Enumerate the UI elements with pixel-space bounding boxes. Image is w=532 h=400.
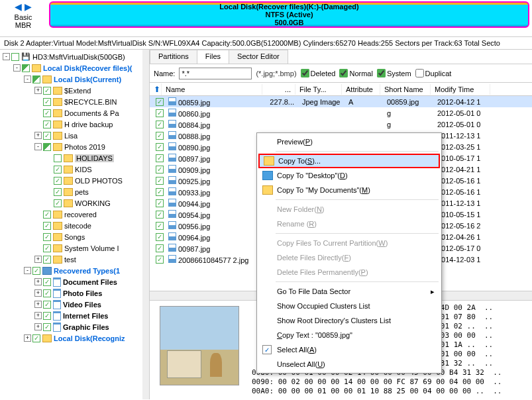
checkbox-icon[interactable]: ✓ — [156, 143, 164, 151]
ctx-goto-sector[interactable]: Go To File Data Sector▸ — [258, 284, 440, 299]
checkbox-icon[interactable]: ✓ — [156, 211, 164, 219]
expand-icon[interactable]: + — [34, 278, 42, 285]
col-type[interactable]: File Ty... — [295, 84, 342, 95]
expand-icon[interactable]: + — [34, 256, 42, 263]
tree-item[interactable]: +✓Lisa — [0, 130, 149, 141]
checkbox-icon[interactable]: ✓ — [43, 278, 51, 286]
tree-item[interactable]: HOLIDAYS — [0, 152, 149, 164]
directory-tree[interactable]: -💾HD3:MsftVirtualDisk(500GB)-Local Disk(… — [0, 50, 150, 399]
ctx-preview[interactable]: Preview(P) — [258, 134, 440, 149]
tab-files[interactable]: Files — [197, 50, 229, 64]
checkbox-icon[interactable]: ✓ — [156, 166, 164, 174]
tree-item[interactable]: ✓H drive backup — [0, 119, 149, 130]
checkbox-icon[interactable]: ✓ — [54, 188, 62, 196]
checkbox-icon[interactable]: ✓ — [43, 323, 51, 331]
tree-item[interactable]: +✓Local Disk(Recogniz — [0, 332, 149, 344]
tree-item[interactable]: -Local Disk(Current) — [0, 74, 149, 85]
checkbox-icon[interactable]: ✓ — [43, 222, 51, 230]
expand-icon[interactable]: - — [13, 64, 21, 72]
expand-icon[interactable]: - — [34, 143, 42, 150]
checkbox-icon[interactable]: ✓ — [43, 244, 51, 252]
checkbox-icon[interactable]: ✓ — [54, 177, 62, 185]
tree-item[interactable]: ✓$RECYCLE.BIN — [0, 96, 149, 107]
checkbox-icon[interactable]: ✓ — [156, 121, 164, 128]
checkbox-icon[interactable] — [11, 53, 19, 61]
ctx-unselect-all[interactable]: Unselect All(U) — [258, 357, 440, 372]
checkbox-icon[interactable]: ✓ — [54, 166, 62, 174]
nav-basic-mbr[interactable]: ◀ ▶ BasicMBR — [0, 0, 46, 29]
tree-scrollbar[interactable] — [142, 50, 149, 399]
up-arrow-icon[interactable]: ⬆ — [150, 83, 162, 95]
col-short[interactable]: Short Name — [380, 84, 431, 95]
tree-item[interactable]: ✓OLD PHOTOS — [0, 175, 149, 186]
checkbox-icon[interactable]: ✓ — [43, 98, 51, 106]
expand-icon[interactable]: + — [34, 289, 42, 297]
checkbox-icon[interactable]: ✓ — [43, 121, 51, 128]
col-modify[interactable]: Modify Time — [431, 84, 490, 95]
checkbox-icon[interactable] — [32, 75, 40, 83]
file-row[interactable]: ✓00860.jpgg2012-05-01 0 — [150, 107, 532, 119]
checkbox-icon[interactable]: ✓ — [156, 154, 164, 162]
ctx-show-occupied[interactable]: Show Occupied Clusters List — [258, 299, 440, 313]
tab-partitions[interactable]: Partitions — [150, 50, 197, 64]
checkbox-icon[interactable]: ✓ — [43, 233, 51, 241]
ctx-copy-to[interactable]: Copy To(S)... — [258, 154, 440, 168]
tree-item[interactable]: ✓Songs — [0, 231, 149, 242]
tree-item[interactable]: +✓Document Files — [0, 276, 149, 287]
tree-item[interactable]: -💾HD3:MsftVirtualDisk(500GB) — [0, 51, 149, 62]
expand-icon[interactable]: - — [24, 75, 31, 83]
checkbox-icon[interactable]: ✓ — [156, 233, 164, 241]
expand-icon[interactable]: + — [34, 132, 42, 139]
checkbox-icon[interactable]: ✓ — [43, 289, 51, 297]
checkbox-icon[interactable]: ✓ — [32, 334, 40, 342]
tree-item[interactable]: +✓Photo Files — [0, 287, 149, 299]
ctx-copy-text[interactable]: Copy Text : "00859.jpg" — [258, 328, 440, 342]
tree-item[interactable]: -Local Disk(Recover files)( — [0, 62, 149, 74]
nav-arrows-icon[interactable]: ◀ ▶ — [15, 1, 32, 12]
checkbox-icon[interactable]: ✓ — [54, 199, 62, 207]
tree-item[interactable]: +✓Graphic Files — [0, 321, 149, 332]
checkbox-icon[interactable]: ✓ — [32, 267, 40, 275]
tree-item[interactable]: ✓pets — [0, 186, 149, 197]
ctx-copy-documents[interactable]: Copy To "My Documents"(M) — [258, 183, 440, 197]
ctx-show-root[interactable]: Show Root Directory's Clusters List — [258, 313, 440, 328]
checkbox-icon[interactable]: ✓ — [156, 244, 164, 252]
expand-icon[interactable]: + — [34, 312, 42, 319]
checkbox-icon[interactable] — [54, 154, 62, 162]
tree-item[interactable]: ✓recovered — [0, 209, 149, 220]
tree-item[interactable]: +✓$Extend — [0, 85, 149, 96]
tree-item[interactable]: ✓WORKING — [0, 197, 149, 209]
checkbox-icon[interactable]: ✓ — [43, 301, 51, 309]
expand-icon[interactable]: + — [34, 301, 42, 308]
checkbox-icon[interactable] — [43, 143, 51, 151]
checkbox-icon[interactable]: ✓ — [43, 256, 51, 264]
preview-thumbnail[interactable] — [160, 306, 239, 385]
file-row[interactable]: ✓00884.jpgg2012-05-01 0 — [150, 119, 532, 130]
ctx-select-all[interactable]: ✓Select All(A) — [258, 342, 440, 357]
partition-banner[interactable]: Local Disk(Recover files)(K:)-(Damaged) … — [49, 1, 529, 28]
filter-deleted[interactable]: Deleted — [301, 69, 336, 77]
col-name[interactable]: Name — [162, 84, 262, 95]
col-attr[interactable]: Attribute — [342, 84, 380, 95]
tree-item[interactable]: +✓Video Files — [0, 299, 149, 310]
expand-icon[interactable]: - — [24, 267, 31, 274]
col-size[interactable]: ... — [262, 84, 295, 95]
filter-normal[interactable]: Normal — [339, 69, 372, 77]
filter-system[interactable]: System — [377, 69, 411, 77]
checkbox-icon[interactable]: ✓ — [156, 132, 164, 140]
checkbox-icon[interactable]: ✓ — [156, 98, 164, 106]
ctx-copy-desktop[interactable]: Copy To "Desktop"(D) — [258, 168, 440, 183]
checkbox-icon[interactable]: ✓ — [156, 222, 164, 230]
tree-item[interactable]: ✓Documents & Pa — [0, 107, 149, 119]
filter-pattern-input[interactable] — [179, 68, 252, 79]
tab-sector-editor[interactable]: Sector Editor — [229, 50, 288, 64]
checkbox-icon[interactable]: ✓ — [156, 199, 164, 207]
checkbox-icon[interactable]: ✓ — [43, 109, 51, 117]
checkbox-icon[interactable]: ✓ — [156, 177, 164, 185]
checkbox-icon[interactable]: ✓ — [43, 87, 51, 95]
expand-icon[interactable]: + — [34, 87, 42, 94]
tree-item[interactable]: ✓sitecode — [0, 220, 149, 231]
tree-item[interactable]: -✓Recovered Types(1 — [0, 265, 149, 276]
file-row[interactable]: ✓00859.jpg227.8...Jpeg ImageA00859.jpg20… — [150, 96, 532, 107]
expand-icon[interactable]: + — [34, 323, 42, 330]
